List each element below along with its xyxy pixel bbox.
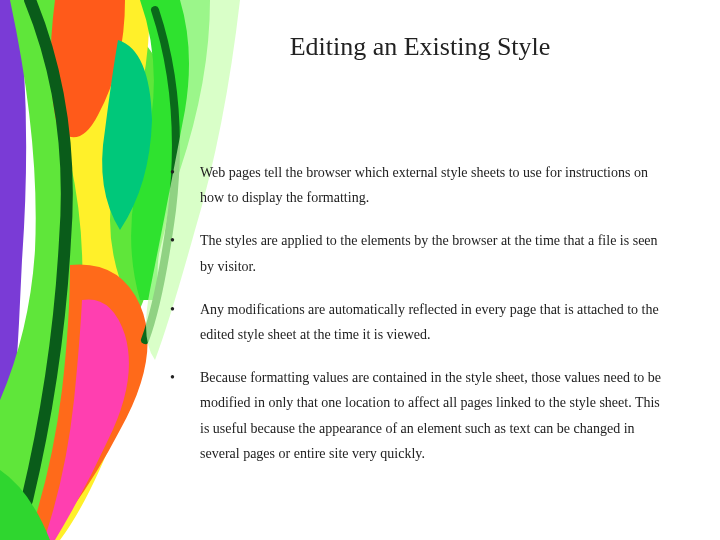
slide: Editing an Existing Style Web pages tell… [0, 0, 720, 540]
list-item: The styles are applied to the elements b… [160, 228, 670, 278]
list-item: Because formatting values are contained … [160, 365, 670, 466]
bullet-list: Web pages tell the browser which externa… [160, 160, 670, 484]
content-area: Editing an Existing Style Web pages tell… [0, 0, 720, 540]
slide-title: Editing an Existing Style [160, 32, 680, 62]
list-item: Any modifications are automatically refl… [160, 297, 670, 347]
list-item: Web pages tell the browser which externa… [160, 160, 670, 210]
